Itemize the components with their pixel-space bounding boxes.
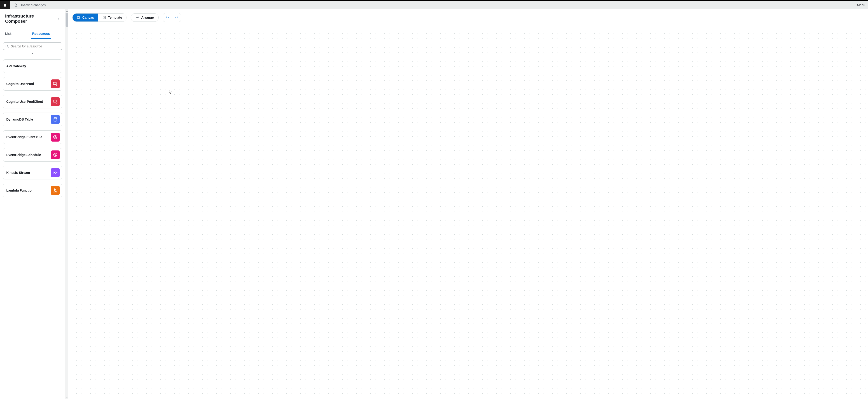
svg-rect-28 [137, 18, 138, 19]
eventbridge-icon [51, 150, 60, 159]
undo-button[interactable] [163, 13, 172, 22]
resource-list[interactable]: · API Gateway Cognito UserPool Cognito U… [0, 52, 65, 399]
undo-redo-group [163, 13, 181, 22]
unsaved-changes-label: Unsaved changes [20, 3, 46, 7]
svg-point-14 [54, 154, 54, 155]
view-mode-toggle: Canvas Template [72, 13, 126, 22]
svg-point-15 [57, 155, 57, 156]
svg-point-10 [54, 136, 54, 137]
dynamodb-icon [51, 115, 60, 124]
svg-rect-26 [136, 16, 137, 17]
resource-item-kinesis-stream[interactable]: Kinesis Stream [3, 166, 62, 179]
sidebar-tabs: List Resources [0, 28, 65, 39]
topbar: Unsaved changes Menu [0, 0, 868, 9]
sidebar-title: Infrastructure Composer [5, 13, 56, 24]
svg-point-22 [79, 18, 80, 19]
cognito-icon [51, 97, 60, 106]
svg-point-12 [55, 154, 56, 155]
search-input[interactable] [11, 45, 60, 48]
svg-point-19 [78, 16, 78, 17]
search-icon [5, 45, 9, 48]
lambda-icon [51, 186, 60, 195]
search-box[interactable] [3, 42, 62, 50]
canvas-icon [77, 16, 81, 19]
svg-point-11 [57, 137, 57, 138]
collapse-sidebar-button[interactable] [56, 16, 62, 22]
canvas-mode-label: Canvas [82, 16, 94, 19]
canvas-mode-button[interactable]: Canvas [72, 13, 98, 22]
scroll-up-button[interactable] [65, 9, 68, 12]
arrange-button[interactable]: Arrange [131, 13, 159, 22]
svg-rect-5 [54, 100, 57, 102]
resource-item-cognito-userpoolclient[interactable]: Cognito UserPoolClient [3, 95, 62, 108]
chevron-left-icon [57, 17, 60, 20]
resource-item-lambda-function[interactable]: Lambda Function [3, 183, 62, 197]
overflow-indicator-top: · [3, 53, 62, 55]
resource-label: Kinesis Stream [6, 171, 30, 174]
resource-item-dynamodb-table[interactable]: DynamoDB Table [3, 113, 62, 126]
svg-point-13 [54, 153, 57, 157]
resource-item-api-gateway[interactable]: API Gateway [3, 59, 62, 73]
sidebar-scrollbar[interactable] [65, 9, 68, 399]
svg-point-7 [54, 117, 57, 119]
file-icon [14, 3, 18, 7]
undo-icon [166, 16, 169, 19]
svg-point-4 [56, 84, 57, 86]
svg-point-16 [57, 172, 57, 173]
template-icon [102, 16, 106, 19]
redo-button[interactable] [172, 13, 181, 22]
eventbridge-icon [51, 133, 60, 142]
svg-point-21 [78, 18, 78, 19]
svg-marker-17 [66, 10, 67, 12]
menu-button[interactable]: Menu [857, 3, 868, 7]
resource-item-eventbridge-schedule[interactable]: EventBridge Schedule [3, 148, 62, 162]
home-button[interactable] [0, 1, 10, 9]
redo-icon [175, 16, 178, 19]
template-mode-button[interactable]: Template [98, 13, 126, 22]
svg-point-0 [6, 45, 8, 47]
unsaved-changes-indicator: Unsaved changes [10, 1, 50, 9]
cognito-icon [51, 79, 60, 88]
cursor-icon [169, 90, 172, 94]
resource-label: EventBridge Schedule [6, 153, 41, 157]
resource-label: Cognito UserPoolClient [6, 100, 43, 104]
resource-label: Cognito UserPool [6, 82, 34, 86]
kinesis-icon [51, 168, 60, 177]
svg-point-6 [56, 102, 57, 104]
resource-item-cognito-userpool[interactable]: Cognito UserPool [3, 77, 62, 91]
template-mode-label: Template [108, 16, 122, 19]
svg-marker-18 [66, 397, 67, 398]
api-gateway-icon [51, 62, 60, 70]
canvas-grid [69, 26, 868, 399]
resource-label: Lambda Function [6, 189, 34, 192]
resource-label: DynamoDB Table [6, 117, 33, 121]
tab-resources[interactable]: Resources [31, 28, 51, 39]
arrange-icon [135, 16, 139, 19]
canvas-toolbar: Canvas Template Arrange [72, 13, 181, 22]
svg-rect-27 [138, 16, 139, 17]
arrange-label: Arrange [141, 16, 154, 19]
resource-label: EventBridge Event rule [6, 135, 42, 139]
svg-point-8 [55, 136, 56, 138]
svg-point-20 [79, 16, 80, 17]
scroll-thumb[interactable] [66, 12, 68, 27]
svg-point-9 [54, 136, 57, 139]
svg-line-1 [7, 47, 8, 48]
home-icon [3, 3, 7, 7]
canvas-area[interactable]: Canvas Template Arrange [69, 9, 868, 399]
resource-item-eventbridge-rule[interactable]: EventBridge Event rule [3, 130, 62, 144]
svg-rect-3 [54, 82, 57, 85]
tab-list[interactable]: List [4, 28, 12, 39]
resource-label: API Gateway [6, 64, 26, 68]
sidebar: Infrastructure Composer List Resources ·… [0, 9, 65, 399]
scroll-down-button[interactable] [65, 396, 68, 399]
